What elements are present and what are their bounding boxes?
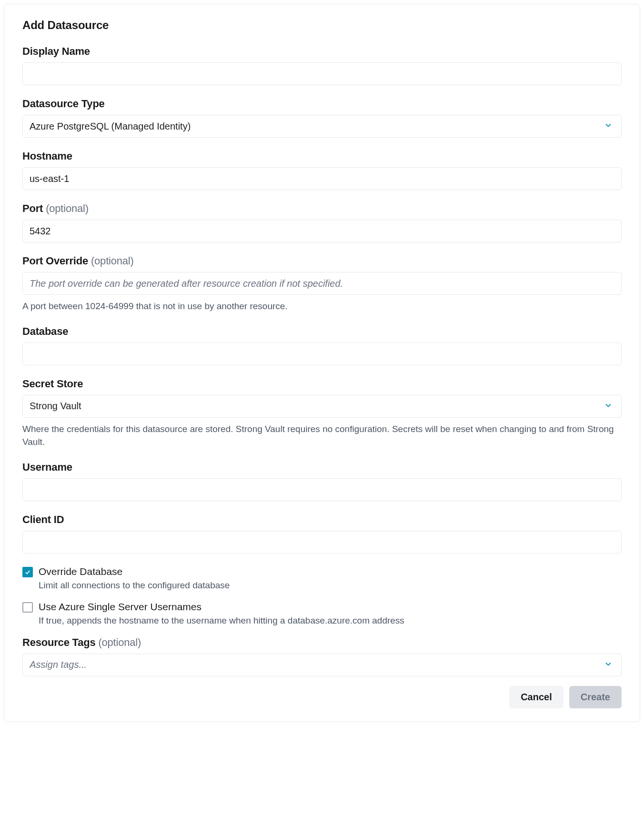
display-name-field: Display Name bbox=[22, 45, 622, 85]
port-override-help: A port between 1024-64999 that is not in… bbox=[22, 300, 622, 313]
port-input[interactable] bbox=[22, 220, 622, 242]
datasource-type-field: Datasource Type bbox=[22, 98, 622, 138]
hostname-input[interactable] bbox=[22, 167, 622, 190]
port-field: Port (optional) bbox=[22, 202, 622, 242]
username-input[interactable] bbox=[22, 478, 622, 501]
client-id-label: Client ID bbox=[22, 514, 622, 526]
cancel-button[interactable]: Cancel bbox=[509, 686, 564, 708]
database-input[interactable] bbox=[22, 342, 622, 365]
port-override-optional: (optional) bbox=[91, 255, 134, 267]
form-title: Add Datasource bbox=[22, 19, 622, 32]
port-override-label-text: Port Override bbox=[22, 255, 88, 267]
datasource-type-label: Datasource Type bbox=[22, 98, 622, 110]
username-label: Username bbox=[22, 461, 622, 473]
client-id-input[interactable] bbox=[22, 531, 622, 554]
datasource-type-select[interactable] bbox=[22, 115, 622, 138]
resource-tags-field: Resource Tags (optional) bbox=[22, 636, 622, 676]
database-label: Database bbox=[22, 325, 622, 338]
port-override-field: Port Override (optional) A port between … bbox=[22, 255, 622, 313]
secret-store-label: Secret Store bbox=[22, 378, 622, 390]
override-database-help: Limit all connections to the configured … bbox=[39, 580, 622, 591]
use-azure-single-checkbox[interactable] bbox=[22, 602, 33, 613]
override-database-label: Override Database bbox=[39, 566, 122, 577]
port-label: Port (optional) bbox=[22, 202, 622, 215]
add-datasource-form: Add Datasource Display Name Datasource T… bbox=[4, 4, 640, 722]
secret-store-field: Secret Store Where the credentials for t… bbox=[22, 378, 622, 449]
secret-store-help: Where the credentials for this datasourc… bbox=[22, 423, 622, 449]
resource-tags-input[interactable] bbox=[22, 654, 622, 676]
hostname-field: Hostname bbox=[22, 150, 622, 190]
use-azure-single-label: Use Azure Single Server Usernames bbox=[39, 601, 201, 613]
port-override-label: Port Override (optional) bbox=[22, 255, 622, 267]
port-optional: (optional) bbox=[46, 202, 89, 214]
display-name-label: Display Name bbox=[22, 45, 622, 58]
resource-tags-optional: (optional) bbox=[98, 636, 141, 648]
port-label-text: Port bbox=[22, 202, 43, 214]
hostname-label: Hostname bbox=[22, 150, 622, 162]
create-button[interactable]: Create bbox=[569, 686, 622, 708]
client-id-field: Client ID bbox=[22, 514, 622, 554]
secret-store-select[interactable] bbox=[22, 395, 622, 418]
override-database-row: Override Database Limit all connections … bbox=[22, 566, 622, 591]
resource-tags-label: Resource Tags (optional) bbox=[22, 636, 622, 649]
username-field: Username bbox=[22, 461, 622, 501]
port-override-input[interactable] bbox=[22, 272, 622, 295]
use-azure-single-row: Use Azure Single Server Usernames If tru… bbox=[22, 601, 622, 626]
database-field: Database bbox=[22, 325, 622, 365]
resource-tags-label-text: Resource Tags bbox=[22, 636, 96, 648]
display-name-input[interactable] bbox=[22, 62, 622, 85]
use-azure-single-help: If true, appends the hostname to the use… bbox=[39, 615, 622, 626]
form-footer: Cancel Create bbox=[22, 686, 622, 708]
override-database-checkbox[interactable] bbox=[22, 567, 33, 577]
